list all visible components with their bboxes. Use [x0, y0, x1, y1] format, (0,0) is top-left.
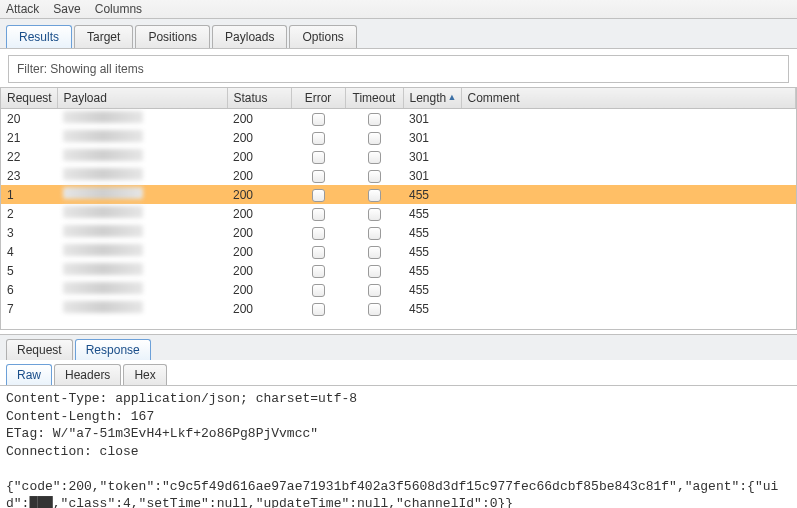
- cell-comment: [461, 147, 796, 166]
- cell-comment: [461, 109, 796, 129]
- payload-redacted: [63, 168, 143, 180]
- cell-comment: [461, 223, 796, 242]
- tab-response[interactable]: Response: [75, 339, 151, 360]
- cell-error: [291, 128, 345, 147]
- col-error[interactable]: Error: [291, 88, 345, 109]
- tab-request[interactable]: Request: [6, 339, 73, 360]
- cell-comment: [461, 166, 796, 185]
- menubar: Attack Save Columns: [0, 0, 797, 19]
- payload-redacted: [63, 130, 143, 142]
- table-row[interactable]: 1200455: [1, 185, 796, 204]
- table-row[interactable]: 3200455: [1, 223, 796, 242]
- checkbox-icon: [368, 208, 381, 221]
- cell-length: 455: [403, 242, 461, 261]
- filter-bar[interactable]: Filter: Showing all items: [8, 55, 789, 83]
- cell-comment: [461, 185, 796, 204]
- checkbox-icon: [368, 132, 381, 145]
- payload-redacted: [63, 244, 143, 256]
- cell-request: 7: [1, 299, 57, 318]
- tab-hex[interactable]: Hex: [123, 364, 166, 385]
- menu-attack[interactable]: Attack: [6, 2, 39, 16]
- cell-error: [291, 185, 345, 204]
- cell-comment: [461, 204, 796, 223]
- payload-redacted: [63, 149, 143, 161]
- col-status[interactable]: Status: [227, 88, 291, 109]
- cell-timeout: [345, 204, 403, 223]
- cell-payload: [57, 147, 227, 166]
- payload-redacted: [63, 206, 143, 218]
- cell-payload: [57, 128, 227, 147]
- cell-timeout: [345, 299, 403, 318]
- cell-length: 301: [403, 147, 461, 166]
- col-comment[interactable]: Comment: [461, 88, 796, 109]
- cell-error: [291, 299, 345, 318]
- table-row[interactable]: 4200455: [1, 242, 796, 261]
- cell-timeout: [345, 128, 403, 147]
- tab-target[interactable]: Target: [74, 25, 133, 48]
- cell-request: 20: [1, 109, 57, 129]
- cell-timeout: [345, 223, 403, 242]
- cell-status: 200: [227, 242, 291, 261]
- results-table[interactable]: Request Payload Status Error Timeout Len…: [0, 87, 797, 330]
- cell-comment: [461, 242, 796, 261]
- cell-request: 21: [1, 128, 57, 147]
- table-row[interactable]: 6200455: [1, 280, 796, 299]
- checkbox-icon: [368, 284, 381, 297]
- cell-status: 200: [227, 280, 291, 299]
- cell-error: [291, 147, 345, 166]
- table-row[interactable]: 7200455: [1, 299, 796, 318]
- cell-status: 200: [227, 166, 291, 185]
- col-payload[interactable]: Payload: [57, 88, 227, 109]
- cell-request: 6: [1, 280, 57, 299]
- payload-redacted: [63, 263, 143, 275]
- tab-options[interactable]: Options: [289, 25, 356, 48]
- tab-headers[interactable]: Headers: [54, 364, 121, 385]
- menu-save[interactable]: Save: [53, 2, 80, 16]
- table-row[interactable]: 21200301: [1, 128, 796, 147]
- tab-payloads[interactable]: Payloads: [212, 25, 287, 48]
- tab-results[interactable]: Results: [6, 25, 72, 48]
- payload-redacted: [63, 225, 143, 237]
- cell-timeout: [345, 147, 403, 166]
- cell-status: 200: [227, 147, 291, 166]
- cell-status: 200: [227, 185, 291, 204]
- cell-timeout: [345, 242, 403, 261]
- cell-payload: [57, 109, 227, 129]
- checkbox-icon: [312, 151, 325, 164]
- table-row[interactable]: 2200455: [1, 204, 796, 223]
- cell-length: 301: [403, 128, 461, 147]
- response-raw[interactable]: Content-Type: application/json; charset=…: [0, 386, 797, 508]
- cell-request: 22: [1, 147, 57, 166]
- cell-payload: [57, 299, 227, 318]
- checkbox-icon: [368, 189, 381, 202]
- cell-comment: [461, 280, 796, 299]
- menu-columns[interactable]: Columns: [95, 2, 142, 16]
- cell-length: 455: [403, 204, 461, 223]
- cell-status: 200: [227, 204, 291, 223]
- col-length[interactable]: Length: [403, 88, 461, 109]
- checkbox-icon: [312, 227, 325, 240]
- payload-redacted: [63, 111, 143, 123]
- cell-status: 200: [227, 299, 291, 318]
- col-request[interactable]: Request: [1, 88, 57, 109]
- detail-tabs: Request Response: [0, 334, 797, 360]
- checkbox-icon: [312, 170, 325, 183]
- cell-error: [291, 242, 345, 261]
- table-row[interactable]: 23200301: [1, 166, 796, 185]
- tab-positions[interactable]: Positions: [135, 25, 210, 48]
- table-row[interactable]: 5200455: [1, 261, 796, 280]
- cell-request: 23: [1, 166, 57, 185]
- checkbox-icon: [312, 303, 325, 316]
- table-row[interactable]: 20200301: [1, 109, 796, 129]
- cell-timeout: [345, 280, 403, 299]
- tab-raw[interactable]: Raw: [6, 364, 52, 385]
- cell-error: [291, 280, 345, 299]
- cell-length: 301: [403, 109, 461, 129]
- cell-comment: [461, 128, 796, 147]
- checkbox-icon: [312, 265, 325, 278]
- table-row[interactable]: 22200301: [1, 147, 796, 166]
- cell-request: 5: [1, 261, 57, 280]
- cell-timeout: [345, 185, 403, 204]
- cell-timeout: [345, 166, 403, 185]
- col-timeout[interactable]: Timeout: [345, 88, 403, 109]
